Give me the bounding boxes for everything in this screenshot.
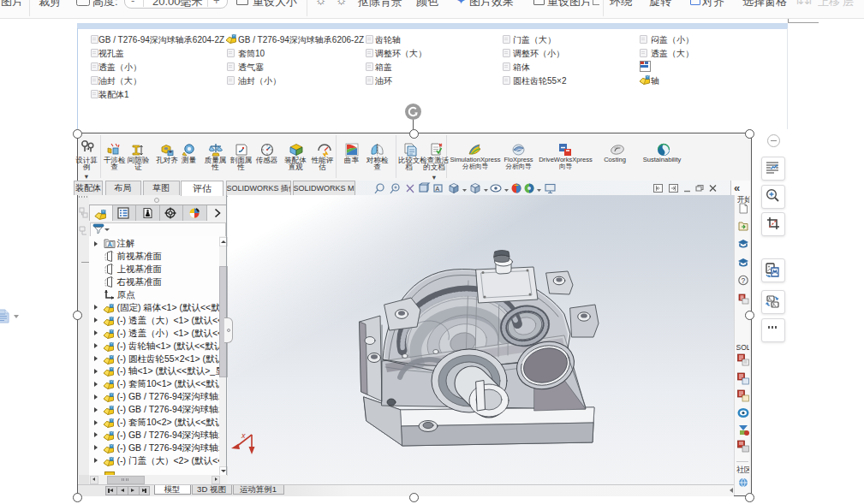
svg-text:x: x	[241, 431, 246, 440]
svg-text:A: A	[436, 186, 440, 192]
svg-text:?: ?	[741, 276, 745, 285]
svg-text:A: A	[107, 240, 112, 248]
